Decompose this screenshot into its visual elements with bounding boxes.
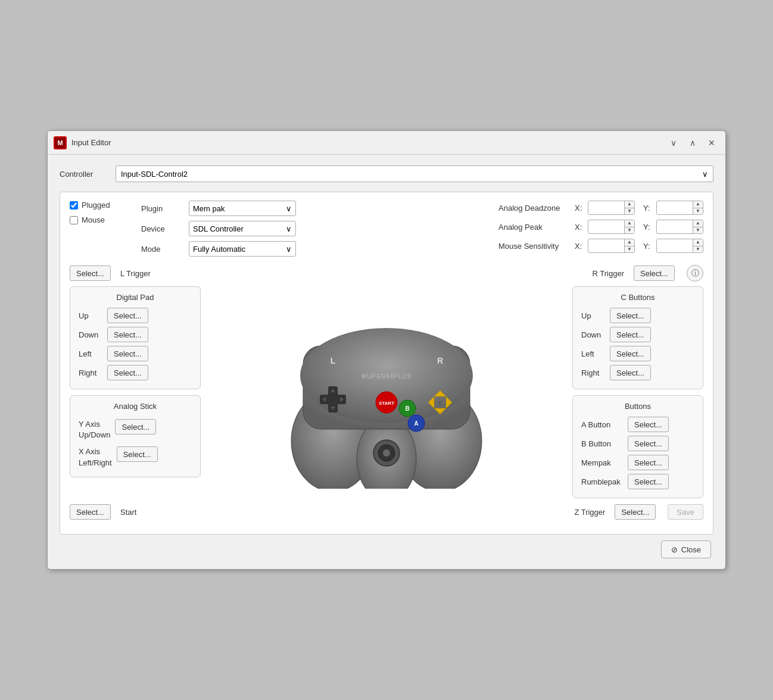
sensitivity-x-spinbox[interactable]: 0.00 ▲ ▼ [588, 239, 635, 253]
sensitivity-label: Mouse Sensitivity [498, 242, 570, 251]
dpad-down-button[interactable]: Select... [107, 327, 148, 342]
plugin-value: Mem pak [193, 204, 225, 213]
maximize-button[interactable]: ∧ [685, 136, 700, 149]
b-button-select[interactable]: Select... [628, 436, 669, 451]
deadzone-x-down[interactable]: ▼ [625, 208, 634, 215]
deadzone-x-up[interactable]: ▲ [625, 201, 634, 208]
analog-stick-panel: Analog Stick Y Axis Up/Down Select... X … [70, 395, 201, 477]
rumblepak-button[interactable]: Select... [628, 474, 669, 489]
c-right-button[interactable]: Select... [610, 365, 651, 380]
close-window-button[interactable]: ✕ [704, 136, 719, 149]
c-down-row: Down Select... [581, 327, 694, 342]
device-value: SDL Controller [193, 224, 244, 233]
deadzone-y-up[interactable]: ▲ [693, 201, 703, 208]
peak-x-down[interactable]: ▼ [625, 227, 634, 235]
deadzone-x-spinbox[interactable]: 4096 ▲ ▼ [588, 201, 635, 215]
right-column: C Buttons Up Select... Down Select... [572, 286, 703, 498]
a-button-select[interactable]: Select... [628, 417, 669, 432]
c-up-button[interactable]: Select... [610, 308, 651, 323]
peak-x-arrows: ▲ ▼ [624, 220, 634, 234]
xaxis-label: X Axis Left/Right [79, 446, 112, 468]
sensitivity-y-arrows: ▲ ▼ [693, 239, 703, 253]
save-button[interactable]: Save [668, 504, 703, 520]
yaxis-row: Y Axis Up/Down Select... [79, 417, 192, 440]
sensitivity-row: Mouse Sensitivity X: 0.00 ▲ ▼ Y: 0.00 [498, 239, 703, 253]
controller-value: Input-SDL-Control2 [121, 170, 188, 179]
minimize-button[interactable]: ∨ [666, 136, 681, 149]
c-left-button[interactable]: Select... [610, 346, 651, 361]
mode-dropdown[interactable]: Fully Automatic ∨ [189, 241, 296, 257]
sensitivity-x-down[interactable]: ▼ [625, 246, 634, 254]
c-buttons-rows: Up Select... Down Select... Left Select.… [581, 308, 694, 380]
close-icon: ⊘ [671, 545, 678, 554]
a-button-row: A Button Select... [581, 417, 694, 432]
plugin-dropdown[interactable]: Mem pak ∨ [189, 201, 296, 216]
deadzone-row: Analog Deadzone X: 4096 ▲ ▼ Y: 4096 [498, 201, 703, 215]
mempak-row: Mempak Select... [581, 455, 694, 470]
sensitivity-x-value[interactable]: 0.00 [588, 242, 624, 251]
analog-stick-title: Analog Stick [79, 402, 192, 411]
rumblepak-row: Rumblepak Select... [581, 474, 694, 489]
peak-y-value[interactable]: 32768 [657, 223, 693, 232]
mouse-checkbox[interactable] [70, 216, 78, 224]
svg-point-29 [383, 449, 390, 457]
z-trigger-select-button[interactable]: Select... [615, 504, 656, 520]
c-left-row: Left Select... [581, 346, 694, 361]
controller-row: Controller Input-SDL-Control2 ∨ [60, 165, 713, 182]
sensitivity-x-up[interactable]: ▲ [625, 239, 634, 246]
deadzone-y-spinbox[interactable]: 4096 ▲ ▼ [656, 201, 703, 215]
c-left-label: Left [581, 349, 605, 358]
peak-y-spinbox[interactable]: 32768 ▲ ▼ [656, 220, 703, 234]
plugin-device-mode: Plugin Mem pak ∨ Device SDL Controller ∨ [141, 201, 296, 257]
sensitivity-y-value[interactable]: 0.00 [657, 242, 693, 251]
svg-text:R: R [437, 356, 443, 365]
peak-x-spinbox[interactable]: 32768 ▲ ▼ [588, 220, 635, 234]
main-window: M Input Editor ∨ ∧ ✕ Controller Input-SD… [47, 130, 726, 570]
plugged-checkbox[interactable] [70, 201, 78, 210]
mouse-label: Mouse [82, 215, 105, 224]
sensitivity-y-up[interactable]: ▲ [693, 239, 703, 246]
svg-text:MUPEN64PLUS: MUPEN64PLUS [361, 373, 412, 380]
deadzone-y-value[interactable]: 4096 [657, 204, 693, 212]
sensitivity-y-down[interactable]: ▼ [693, 246, 703, 254]
l-trigger-select-button[interactable]: Select... [70, 265, 111, 281]
mempak-button[interactable]: Select... [628, 455, 669, 470]
start-select-button[interactable]: Select... [70, 504, 111, 520]
controller-dropdown[interactable]: Input-SDL-Control2 ∨ [116, 165, 713, 182]
deadzone-x-value[interactable]: 4096 [588, 204, 624, 212]
digital-pad-rows: Up Select... Down Select... Left Select.… [79, 308, 192, 380]
sensitivity-y-spinbox[interactable]: 0.00 ▲ ▼ [656, 239, 703, 253]
mode-arrow: ∨ [286, 245, 292, 254]
peak-x-value[interactable]: 32768 [588, 223, 624, 232]
peak-y-up[interactable]: ▲ [693, 220, 703, 227]
deadzone-y-down[interactable]: ▼ [693, 208, 703, 215]
peak-label: Analog Peak [498, 223, 570, 232]
svg-text:B: B [405, 405, 409, 412]
xaxis-button[interactable]: Select... [117, 446, 158, 462]
peak-x-up[interactable]: ▲ [625, 220, 634, 227]
mempak-label: Mempak [581, 458, 623, 467]
plugged-label: Plugged [82, 201, 110, 210]
device-dropdown[interactable]: SDL Controller ∨ [189, 221, 296, 236]
r-trigger-select-button[interactable]: Select... [634, 265, 675, 281]
close-label: Close [681, 545, 701, 554]
top-trigger-row: Select... L Trigger R Trigger Select... … [70, 265, 703, 282]
peak-y-down[interactable]: ▼ [693, 227, 703, 235]
window-title: Input Editor [71, 138, 111, 147]
dpad-up-button[interactable]: Select... [107, 308, 148, 323]
sensitivity-x-arrows: ▲ ▼ [624, 239, 634, 253]
peak-y-label: Y: [643, 223, 652, 232]
bottom-buttons: ⊘ Close [60, 535, 713, 561]
c-down-button[interactable]: Select... [610, 327, 651, 342]
info-button[interactable]: ⓘ [687, 265, 703, 282]
dpad-left-button[interactable]: Select... [107, 346, 148, 361]
dpad-right-button[interactable]: Select... [107, 365, 148, 380]
close-button[interactable]: ⊘ Close [661, 540, 711, 558]
dpad-up-row: Up Select... [79, 308, 192, 323]
deadzone-y-label: Y: [643, 204, 652, 212]
yaxis-button[interactable]: Select... [115, 419, 156, 435]
mouse-row: Mouse [70, 215, 129, 224]
n64-controller-image: L R MUPEN64PLUS [273, 286, 500, 489]
plugin-row: Plugin Mem pak ∨ [141, 201, 296, 216]
middle-column: L R MUPEN64PLUS [201, 286, 572, 498]
